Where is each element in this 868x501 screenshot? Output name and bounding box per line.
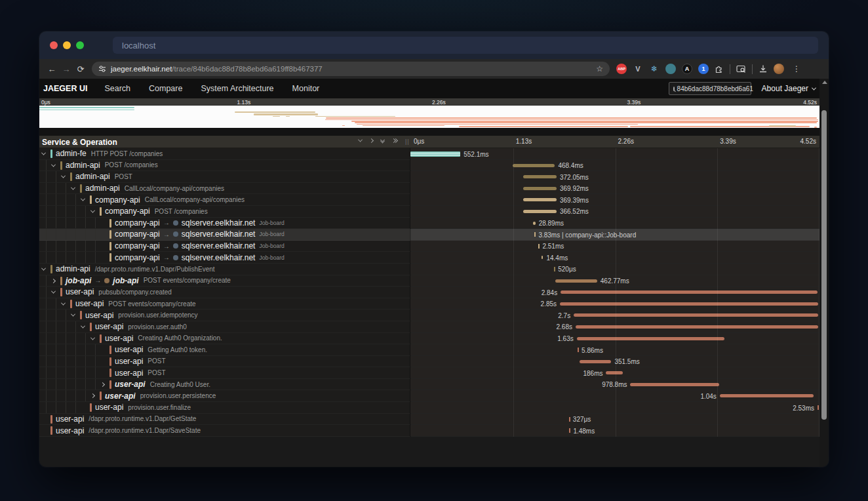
chevron-down-icon[interactable] <box>81 323 85 328</box>
span-name-cell[interactable]: company-api→sqlserver.eelkhair.netJob-bo… <box>39 252 410 263</box>
chevron-right-icon[interactable] <box>90 393 95 398</box>
span-name-cell[interactable]: user-apiCreating Auth0 User. <box>39 379 410 390</box>
password-extension-icon[interactable]: 1 <box>698 64 709 74</box>
span-name-cell[interactable]: company-api→sqlserver.eelkhair.netJob-bo… <box>39 218 410 229</box>
url-bar[interactable]: jaeger.eelkhair.net/trace/84b6dac88d78b8… <box>92 62 610 76</box>
adblock-extension-icon[interactable]: ABP <box>616 64 627 74</box>
span-name-cell[interactable]: user-apiGetting Auth0 token. <box>39 344 410 355</box>
chevron-down-icon[interactable] <box>71 312 75 317</box>
chevron-down-icon[interactable] <box>51 162 56 167</box>
span-duration-bar[interactable] <box>534 232 536 237</box>
reload-icon[interactable]: ⟳ <box>73 64 88 74</box>
jaeger-logo[interactable]: JAEGER UI <box>42 84 95 93</box>
span-name-cell[interactable]: company-apiPOST /companies <box>39 206 410 217</box>
span-duration-bar[interactable] <box>580 360 612 363</box>
avatar-extension-icon[interactable] <box>665 64 676 74</box>
span-row[interactable]: user-apiprovision.user.finalize2.53ms <box>39 402 819 414</box>
downloads-icon[interactable] <box>759 64 768 73</box>
span-row[interactable]: user-apipubsub/company.created2.84s <box>39 287 819 298</box>
span-name-cell[interactable]: company-apiCallLocal/company-api/compani… <box>39 194 410 205</box>
chevron-down-icon[interactable] <box>61 174 66 178</box>
span-row[interactable]: company-api→sqlserver.eelkhair.netJob-bo… <box>39 241 819 252</box>
span-row[interactable]: user-apiCreating Auth0 Organization.1.63… <box>39 333 819 345</box>
span-duration-bar[interactable] <box>554 267 555 271</box>
page-scrollbar[interactable] <box>819 79 829 467</box>
span-duration-bar[interactable] <box>538 244 540 249</box>
span-duration-bar[interactable] <box>533 222 536 225</box>
span-name-cell[interactable]: job-api→job-apiPOST events/company/creat… <box>39 275 410 287</box>
span-row[interactable]: company-api→sqlserver.eelkhair.netJob-bo… <box>39 252 819 264</box>
browser-menu-icon[interactable]: ⋮ <box>793 64 800 73</box>
span-row[interactable]: user-apiPOST events/company/create2.85s <box>39 298 819 310</box>
span-name-cell[interactable]: user-apiprovision.user.auth0 <box>39 321 410 332</box>
chevron-down-icon[interactable] <box>41 266 46 270</box>
span-duration-bar[interactable] <box>576 325 818 329</box>
span-name-cell[interactable]: company-api→sqlserver.eelkhair.netJob-bo… <box>39 229 410 240</box>
span-name-cell[interactable]: company-api→sqlserver.eelkhair.netJob-bo… <box>39 241 410 252</box>
minimap-canvas[interactable] <box>39 106 819 128</box>
span-row[interactable]: admin-api/dapr.proto.runtime.v1.Dapr/Pub… <box>39 264 819 275</box>
nav-item-search[interactable]: Search <box>95 84 140 93</box>
bookmark-star-icon[interactable]: ☆ <box>596 64 603 73</box>
span-row[interactable]: user-apiPOST351.5ms <box>39 356 819 368</box>
span-row[interactable]: user-apiprovision.user.auth02.68s <box>39 321 819 333</box>
collapse-one-icon[interactable] <box>358 138 363 142</box>
span-name-cell[interactable]: admin-feHTTP POST /companies <box>39 148 410 159</box>
chevron-down-icon[interactable] <box>51 289 56 294</box>
span-row[interactable]: admin-apiPOST /companies468.4ms <box>39 160 819 172</box>
span-duration-bar[interactable] <box>555 279 597 283</box>
span-duration-bar[interactable] <box>574 313 818 317</box>
span-duration-bar[interactable] <box>569 428 570 433</box>
site-settings-icon[interactable] <box>98 65 106 73</box>
span-row[interactable]: admin-apiCallLocal/company-api/companies… <box>39 183 819 195</box>
span-name-cell[interactable]: user-api/dapr.proto.runtime.v1.Dapr/Save… <box>39 425 410 436</box>
span-row[interactable]: user-apiprovision.user.persistence1.04s <box>39 390 819 402</box>
chevron-down-icon[interactable] <box>41 151 46 155</box>
devtools-icon[interactable] <box>736 65 746 73</box>
span-duration-bar[interactable] <box>577 337 724 340</box>
span-row[interactable]: user-apiGetting Auth0 token.5.86ms <box>39 344 819 356</box>
span-name-cell[interactable]: user-apiPOST <box>39 367 410 378</box>
span-name-cell[interactable]: admin-apiPOST /companies <box>39 160 410 171</box>
chevron-down-icon[interactable] <box>90 335 95 340</box>
span-row[interactable]: company-apiPOST /companies366.52ms <box>39 206 819 218</box>
span-name-cell[interactable]: admin-api/dapr.proto.runtime.v1.Dapr/Pub… <box>39 264 410 275</box>
column-resizer[interactable]: || <box>405 138 410 145</box>
span-duration-bar[interactable] <box>523 198 557 201</box>
span-duration-bar[interactable] <box>542 256 543 259</box>
span-row[interactable]: user-apiprovision.user.idempotency2.7s <box>39 310 819 321</box>
span-duration-bar[interactable] <box>606 371 623 374</box>
span-name-cell[interactable]: user-apiPOST <box>39 356 410 367</box>
span-row[interactable]: admin-feHTTP POST /companies552.1ms <box>39 148 819 160</box>
span-row[interactable]: user-apiCreating Auth0 User.978.8ms <box>39 379 819 391</box>
profile-avatar[interactable] <box>774 64 784 74</box>
collapse-all-icon[interactable] <box>381 139 384 144</box>
about-jaeger-menu[interactable]: About Jaeger <box>762 84 816 93</box>
span-duration-bar[interactable] <box>523 175 557 178</box>
span-duration-bar[interactable] <box>523 210 557 213</box>
span-row[interactable]: user-api/dapr.proto.runtime.v1.Dapr/Save… <box>39 425 819 437</box>
span-duration-bar[interactable] <box>523 187 557 190</box>
span-duration-bar[interactable] <box>513 164 555 167</box>
chevron-right-icon[interactable] <box>100 382 105 387</box>
expand-one-icon[interactable] <box>369 138 374 143</box>
a-extension-icon[interactable]: A <box>682 64 692 74</box>
chevron-down-icon[interactable] <box>81 197 85 201</box>
chevron-right-icon[interactable] <box>51 278 56 283</box>
span-row[interactable]: company-apiCallLocal/company-api/compani… <box>39 194 819 206</box>
span-name-cell[interactable]: user-apiprovision.user.finalize <box>39 402 410 413</box>
nav-item-compare[interactable]: Compare <box>140 84 191 93</box>
back-icon[interactable]: ← <box>45 64 59 74</box>
close-window-button[interactable] <box>50 41 58 49</box>
span-name-cell[interactable]: user-apipubsub/company.created <box>39 287 410 298</box>
span-name-cell[interactable]: user-apiPOST events/company/create <box>39 298 410 310</box>
window-address-bar[interactable]: localhost <box>113 37 818 54</box>
forward-icon[interactable]: → <box>59 64 73 74</box>
lookup-trace-input[interactable]: 84b6dac88d78b8ebd6a61 <box>669 82 751 95</box>
span-row[interactable]: admin-apiPOST372.05ms <box>39 171 819 183</box>
span-name-cell[interactable]: admin-apiPOST <box>39 171 410 182</box>
span-duration-bar[interactable] <box>560 302 818 306</box>
span-duration-bar[interactable] <box>569 417 570 422</box>
span-name-cell[interactable]: user-apiCreating Auth0 Organization. <box>39 333 410 344</box>
span-duration-bar[interactable] <box>561 291 818 294</box>
